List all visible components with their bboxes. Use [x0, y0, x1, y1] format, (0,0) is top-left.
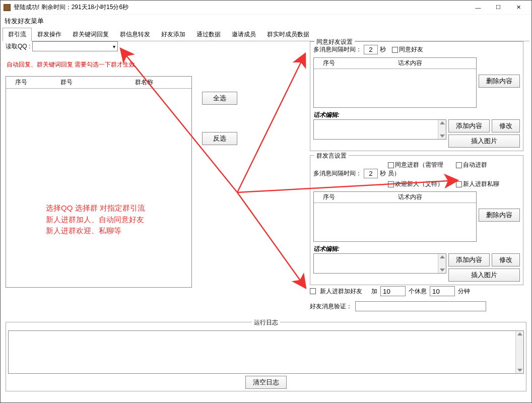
new-member-add-checkbox[interactable] — [310, 288, 316, 294]
friend-table-head: 序号 话术内容 — [314, 58, 476, 69]
new-member-add-label: 新人进群加好友 — [320, 287, 362, 296]
group-msg-insert-image-button[interactable]: 插入图片 — [448, 268, 520, 282]
tab-bar: 群引流 群发操作 群关键词回复 群信息转发 好友添加 通过数据 邀请成员 群实时… — [3, 28, 529, 41]
group-msg-script-table: 序号 话术内容 — [313, 191, 477, 242]
log-fieldset: 运行日志 清空日志 — [6, 322, 526, 391]
log-legend: 运行日志 — [252, 318, 280, 327]
friend-edit-textarea[interactable] — [313, 119, 446, 140]
col-groupid: 群号 — [36, 77, 97, 88]
friend-edit-btn-row: 添加内容 修改 — [448, 119, 520, 132]
col-groupname: 群名称 — [97, 77, 191, 88]
titlebar: 登陆成功! 剩余时间：291天18小时15分6秒 — ☐ ✕ — [1, 1, 531, 15]
left-column: 读取QQ : ▾ 自动回复、群关键词回复 需要勾选一下群才生效 序号 群号 群名… — [6, 41, 192, 288]
private-chat-checkbox[interactable] — [456, 181, 462, 187]
close-button[interactable]: ✕ — [508, 2, 528, 14]
verify-input[interactable] — [355, 301, 486, 311]
friend-settings-fieldset: 同意好友设置 多消息间隔时间： 秒 同意好友 序号 话术内容 — [310, 41, 523, 151]
friend-agree-checkbox[interactable] — [392, 47, 398, 53]
invert-select-button[interactable]: 反选 — [202, 132, 237, 145]
log-textarea[interactable] — [8, 330, 524, 374]
log-btn-row: 清空日志 — [6, 376, 526, 389]
side-buttons: 全选 反选 — [202, 92, 237, 145]
window-controls: — ☐ ✕ — [468, 2, 528, 14]
tab-group-operation[interactable]: 群发操作 — [32, 28, 67, 41]
subtitle: 转发好友菜单 — [1, 15, 531, 28]
add-count-input[interactable] — [380, 286, 406, 296]
friend-add-button[interactable]: 添加内容 — [448, 119, 490, 132]
friend-col-content: 话术内容 — [344, 58, 476, 69]
friend-modify-button[interactable]: 修改 — [492, 119, 520, 132]
group-msg-table-head: 序号 话术内容 — [314, 192, 476, 203]
scrollbar[interactable] — [515, 331, 523, 373]
verify-label: 好友消息验证： — [310, 302, 352, 311]
group-msg-edit-btns: 添加内容 修改 插入图片 — [448, 253, 520, 282]
welcome-checkbox[interactable] — [388, 181, 394, 187]
scrollbar[interactable] — [438, 120, 446, 139]
tab-pass-data[interactable]: 通过数据 — [191, 28, 226, 41]
read-qq-row: 读取QQ : ▾ — [6, 41, 192, 51]
group-msg-table-wrap: 序号 话术内容 删除内容 — [313, 188, 520, 242]
select-all-button[interactable]: 全选 — [202, 92, 237, 105]
group-msg-edit-btn-row: 添加内容 修改 — [448, 253, 520, 266]
auto-join-checkbox[interactable] — [456, 162, 462, 168]
minutes-label: 分钟 — [458, 287, 470, 296]
group-msg-delete-button[interactable]: 删除内容 — [479, 209, 520, 222]
annotation-line-3: 新人进群欢迎、私聊等 — [46, 225, 145, 237]
read-qq-combo[interactable]: ▾ — [32, 41, 118, 51]
friend-interval-unit: 秒 — [380, 45, 386, 54]
friend-delete-col: 删除内容 — [479, 54, 520, 108]
group-msg-fieldset: 群发言设置 多消息间隔时间： 秒 同意进群（需管理员） 自动进群 欢迎新人（艾特… — [310, 155, 523, 285]
group-msg-delete-col: 删除内容 — [479, 188, 520, 242]
tab-keyword-reply[interactable]: 群关键词回复 — [67, 28, 114, 41]
friend-edit-btns: 添加内容 修改 插入图片 — [448, 119, 520, 148]
friend-insert-image-button[interactable]: 插入图片 — [448, 135, 520, 148]
group-msg-edit-wrap: 添加内容 修改 插入图片 — [313, 253, 520, 282]
minimize-button[interactable]: — — [468, 2, 488, 14]
read-qq-label: 读取QQ : — [6, 42, 30, 51]
annotation-text: 选择QQ 选择群 对指定群引流 新人进群加人、自动同意好友 新人进群欢迎、私聊等 — [46, 203, 145, 237]
group-msg-col-index: 序号 — [314, 192, 344, 203]
group-msg-col-content: 话术内容 — [344, 192, 476, 203]
group-msg-top-row: 多消息间隔时间： 秒 同意进群（需管理员） 自动进群 欢迎新人（艾特） 新人进群… — [313, 159, 520, 188]
group-msg-edit-textarea[interactable] — [313, 253, 446, 274]
tab-forward[interactable]: 群信息转发 — [114, 28, 156, 41]
group-msg-interval-row: 多消息间隔时间： 秒 — [313, 159, 386, 188]
group-table: 序号 群号 群名称 — [6, 76, 192, 288]
scrollbar[interactable] — [438, 254, 446, 273]
friend-interval-input[interactable] — [364, 45, 378, 54]
tab-realtime[interactable]: 群实时成员数据 — [261, 28, 315, 41]
group-msg-interval-input[interactable] — [364, 169, 378, 178]
agree-join-checkbox[interactable] — [388, 162, 394, 168]
friend-edit-wrap: 添加内容 修改 插入图片 — [313, 119, 520, 148]
clear-log-button[interactable]: 清空日志 — [245, 376, 287, 389]
friend-legend: 同意好友设置 — [314, 38, 355, 46]
col-index: 序号 — [6, 77, 36, 88]
group-msg-interval-label: 多消息间隔时间： — [313, 169, 362, 178]
group-table-body[interactable] — [6, 89, 191, 285]
group-msg-modify-button[interactable]: 修改 — [492, 253, 520, 266]
verify-row: 好友消息验证： — [310, 301, 521, 311]
tab-add-friend[interactable]: 好友添加 — [156, 28, 191, 41]
friend-edit-label: 话术编辑: — [313, 111, 520, 119]
tab-group-drainage[interactable]: 群引流 — [3, 28, 32, 41]
friend-script-table: 序号 话术内容 — [313, 57, 477, 108]
rest-count-input[interactable] — [430, 286, 455, 296]
group-msg-add-button[interactable]: 添加内容 — [448, 253, 490, 266]
group-msg-legend: 群发言设置 — [314, 152, 349, 160]
friend-interval-label: 多消息间隔时间： — [313, 45, 362, 54]
maximize-button[interactable]: ☐ — [488, 2, 508, 14]
add-label: 加 — [371, 287, 377, 296]
add-friend-row: 新人进群加好友 加 个休息 分钟 — [310, 286, 521, 296]
friend-agree-label: 同意好友 — [399, 46, 423, 53]
chevron-down-icon: ▾ — [113, 44, 115, 49]
app-window: 登陆成功! 剩余时间：291天18小时15分6秒 — ☐ ✕ 转发好友菜单 群引… — [0, 0, 532, 403]
app-icon — [4, 4, 11, 11]
friend-delete-button[interactable]: 删除内容 — [479, 75, 520, 88]
group-table-header: 序号 群号 群名称 — [6, 77, 191, 89]
annotation-line-1: 选择QQ 选择群 对指定群引流 — [46, 203, 145, 214]
private-chat-label: 新人进群私聊 — [463, 180, 499, 187]
svg-line-1 — [237, 53, 305, 192]
welcome-label: 欢迎新人（艾特） — [395, 180, 443, 187]
friend-agree-wrapper: 同意好友 — [392, 45, 423, 54]
tab-invite[interactable]: 邀请成员 — [226, 28, 261, 41]
